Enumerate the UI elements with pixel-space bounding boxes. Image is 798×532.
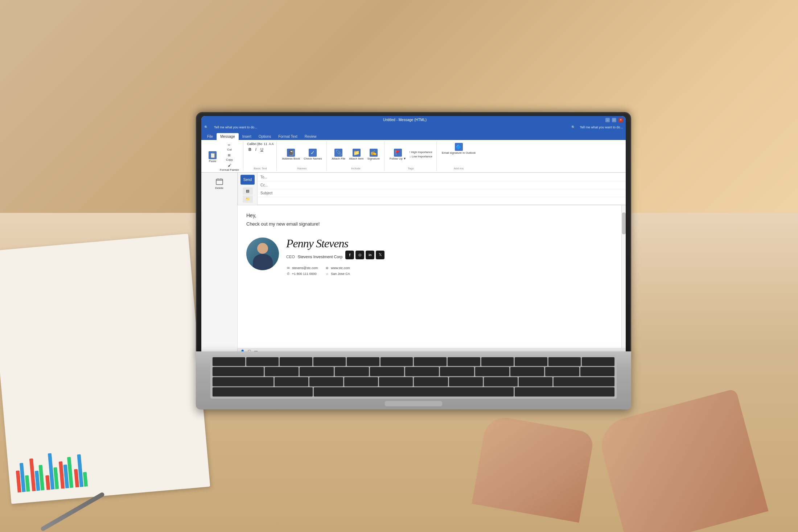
tab-format-text[interactable]: Format Text [275,133,301,140]
send-sub-2[interactable]: 📁 [243,195,253,203]
key[interactable] [554,377,614,386]
facebook-icon[interactable]: f [345,251,354,259]
laptop-screen: Untitled - Message (HTML) – □ ✕ 🔍 Tell m… [196,112,631,359]
clipboard-buttons: 📋 Paste ✂ Cut ⊞ [207,142,240,172]
tab-review[interactable]: Review [301,133,320,140]
contact-col-left: ✉ stevens@stc.com ✆ +1 800 111 0000 [286,266,318,276]
signature-details: CEO Stevens Investment Corp f [286,251,617,263]
send-button[interactable]: Send [240,175,255,185]
email-body[interactable]: Hey, Check out my new email signature! [238,205,626,348]
key[interactable] [213,377,273,386]
key[interactable] [313,357,346,366]
paste-icon: 📋 [209,151,217,159]
screen-bezel: Untitled - Message (HTML) – □ ✕ 🔍 Tell m… [201,116,626,355]
signature-button[interactable]: ✍ Signature [366,148,381,161]
scrollbar[interactable] [621,205,626,348]
key[interactable] [265,367,299,376]
ribbon-group-include: 📎 Attach File 📁 Attach Item ✍ Signature [328,141,385,171]
laptop: Untitled - Message (HTML) – □ ✕ 🔍 Tell m… [65,18,762,503]
search-icon-2: 🔍 [571,125,575,129]
key[interactable] [347,357,379,366]
tab-insert[interactable]: Insert [239,133,255,140]
key[interactable] [405,367,439,376]
minimize-button[interactable]: – [605,118,610,122]
italic-button[interactable]: I [254,147,258,152]
trackpad[interactable] [384,401,443,407]
key[interactable] [448,357,480,366]
key[interactable] [379,377,413,386]
spacebar[interactable] [314,387,514,396]
key[interactable] [335,367,369,376]
copy-button[interactable]: ⊞ Copy [219,152,240,162]
scrollbar-thumb[interactable] [622,213,626,234]
signature-role: CEO [286,255,295,259]
person-body [253,254,273,270]
phone-icon: ✆ [286,272,291,276]
key[interactable] [414,357,447,366]
key[interactable] [510,367,544,376]
contact-location: ⌂ San Jose CA [325,272,350,276]
delete-button[interactable]: Delete [203,175,235,192]
signature-info: Penny Stevens CEO Stevens Investment Cor… [286,238,617,276]
key[interactable] [481,357,514,366]
key[interactable] [515,387,615,396]
website-value: www.stc.com [331,266,350,270]
key[interactable] [370,367,404,376]
names-buttons: 📓 Address Book ✓ Check Names [280,142,323,167]
office-addins-button[interactable]: 🔷 Email signature in Outlook [440,142,477,155]
bold-button[interactable]: B [247,147,253,152]
key[interactable] [344,377,378,386]
key[interactable] [475,367,509,376]
tab-message[interactable]: Message [217,133,239,140]
key[interactable] [484,377,518,386]
search-placeholder-2[interactable]: Tell me what you want to do... [580,125,623,129]
format-painter-button[interactable]: 🖌 Format Painter [219,162,240,172]
linkedin-icon[interactable]: in [366,251,374,259]
maximize-button[interactable]: □ [612,118,616,122]
underline-button[interactable]: U [259,147,265,152]
attach-file-button[interactable]: 📎 Attach File [330,148,347,161]
address-book-button[interactable]: 📓 Address Book [280,148,301,161]
search-placeholder[interactable]: Tell me what you want to do... [214,125,257,129]
close-button[interactable]: ✕ [618,118,623,122]
paste-button[interactable]: 📋 Paste [207,150,218,164]
key[interactable] [275,377,308,386]
key[interactable] [440,367,474,376]
key[interactable] [414,377,448,386]
key[interactable] [300,367,334,376]
key[interactable] [381,357,413,366]
cut-button[interactable]: ✂ Cut [219,142,240,152]
key[interactable] [280,357,312,366]
office-addins-icon: 🔷 [455,143,463,151]
signature-block: Penny Stevens CEO Stevens Investment Cor… [246,234,617,280]
follow-up-button[interactable]: 🚩 Follow Up ▼ [388,148,408,161]
contact-phone: ✆ +1 800 111 0000 [286,272,318,276]
key[interactable] [582,357,614,366]
signature-icon: ✍ [370,149,378,157]
key[interactable] [580,367,614,376]
high-importance-button[interactable]: ! High Importance [408,150,433,154]
twitter-icon[interactable]: 𝕏 [376,251,384,259]
key[interactable] [246,357,279,366]
tab-options[interactable]: Options [255,133,275,140]
signature-photo [246,238,279,270]
low-importance-button[interactable]: ↓ Low Importance [408,154,433,158]
key[interactable] [515,357,547,366]
key[interactable] [213,357,245,366]
key[interactable] [519,377,552,386]
key[interactable] [545,367,579,376]
font-size-controls: A A [269,142,274,146]
ribbon-tabs: File Message Insert Options Format Text … [201,131,626,140]
address-send-area: Send ▤ 📁 To... [238,173,626,205]
tab-file[interactable]: File [203,133,217,140]
send-sub-1[interactable]: ▤ [243,187,253,195]
check-names-button[interactable]: ✓ Check Names [302,148,323,161]
key[interactable] [449,377,483,386]
attach-item-button[interactable]: 📁 Attach Item [347,148,365,161]
instagram-icon[interactable]: ◎ [355,251,364,259]
key[interactable] [309,377,343,386]
email-icon: ✉ [286,266,291,270]
key[interactable] [213,387,313,396]
key[interactable] [548,357,581,366]
key[interactable] [213,367,264,376]
